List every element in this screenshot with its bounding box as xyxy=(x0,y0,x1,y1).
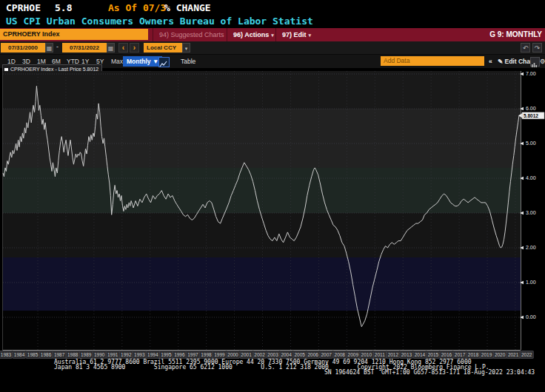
year-label-2003: 2003 xyxy=(266,351,279,359)
year-label-2009: 2009 xyxy=(347,351,360,359)
year-label-2002: 2002 xyxy=(253,351,266,359)
year-label-2015: 2015 xyxy=(427,351,440,359)
svg-text:5.8012: 5.8012 xyxy=(524,113,538,118)
year-label-1983: 1983 xyxy=(0,351,13,359)
year-label-2001: 2001 xyxy=(239,351,253,359)
svg-text:3.00: 3.00 xyxy=(526,210,536,215)
year-label-1989: 1989 xyxy=(79,351,93,359)
year-label-2019: 2019 xyxy=(480,351,493,359)
year-label-1995: 1995 xyxy=(159,351,173,359)
year-label-2005: 2005 xyxy=(292,351,306,359)
last-price-label: 5.8012 xyxy=(518,112,544,119)
svg-text:0.00: 0.00 xyxy=(526,314,536,320)
year-label-2004: 2004 xyxy=(279,351,292,359)
year-label-2006: 2006 xyxy=(306,351,319,359)
year-label-1987: 1987 xyxy=(53,351,66,359)
svg-text:4.00: 4.00 xyxy=(526,175,536,180)
year-label-1998: 1998 xyxy=(199,351,213,359)
year-label-2017: 2017 xyxy=(453,351,467,359)
year-label-1990: 1990 xyxy=(93,351,106,359)
year-label-1988: 1988 xyxy=(66,351,79,359)
year-label-2014: 2014 xyxy=(413,351,427,359)
year-label-1992: 1992 xyxy=(119,351,133,359)
chart-plot-area[interactable] xyxy=(3,71,521,350)
year-label-2011: 2011 xyxy=(373,351,387,359)
year-label-1996: 1996 xyxy=(173,351,186,359)
svg-text:1.00: 1.00 xyxy=(526,280,536,285)
year-label-2010: 2010 xyxy=(360,351,373,359)
year-label-2013: 2013 xyxy=(400,351,413,359)
footer-session-line: SN 1964624 BST GMT+1:00 G657-8513-171 18… xyxy=(324,370,535,375)
year-label-2020: 2020 xyxy=(493,351,506,359)
bloomberg-terminal-window: CPRHOE 5.8 As Of 07/3 % CHANGE US CPI Ur… xyxy=(0,0,545,392)
year-label-1993: 1993 xyxy=(133,351,146,359)
year-label-1994: 1994 xyxy=(146,351,159,359)
year-label-2012: 2012 xyxy=(387,351,400,359)
year-label-1986: 1986 xyxy=(39,351,53,359)
year-label-1985: 1985 xyxy=(26,351,39,359)
year-label-1984: 1984 xyxy=(13,351,26,359)
year-label-1997: 1997 xyxy=(186,351,199,359)
year-label-2022: 2022 xyxy=(520,351,533,359)
year-label-2021: 2021 xyxy=(506,351,520,359)
price-chart[interactable]: 7.006.005.004.003.002.001.000.005.8012 xyxy=(0,0,545,392)
year-label-2016: 2016 xyxy=(440,351,453,359)
svg-text:2.00: 2.00 xyxy=(526,245,536,250)
svg-text:7.00: 7.00 xyxy=(526,71,536,76)
svg-text:6.00: 6.00 xyxy=(526,106,536,111)
year-label-2007: 2007 xyxy=(319,351,332,359)
year-label-2008: 2008 xyxy=(333,351,347,359)
year-label-2000: 2000 xyxy=(226,351,239,359)
year-label-2018: 2018 xyxy=(467,351,480,359)
year-label-1999: 1999 xyxy=(213,351,226,359)
year-label-1991: 1991 xyxy=(106,351,119,359)
svg-text:5.00: 5.00 xyxy=(526,141,536,146)
